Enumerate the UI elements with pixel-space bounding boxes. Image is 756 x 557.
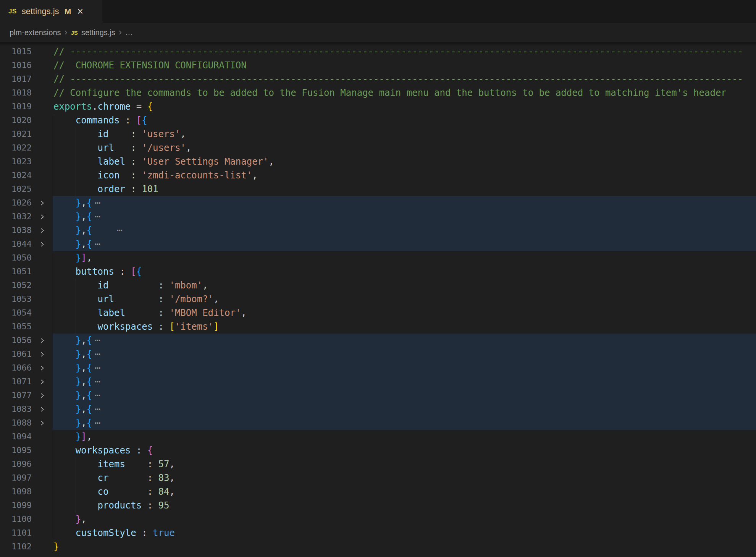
line-number[interactable]: 1032: [0, 210, 32, 223]
line-number[interactable]: 1053: [0, 292, 32, 306]
line-number[interactable]: 1016: [0, 58, 32, 72]
code-line-content[interactable]: commands : [{: [53, 113, 756, 127]
code-line-content[interactable]: // CHOROME EXTENSION CONFIGURATION: [53, 58, 756, 72]
line-number[interactable]: 1083: [0, 402, 32, 416]
line-number[interactable]: 1020: [0, 113, 32, 127]
line-number[interactable]: 1050: [0, 251, 32, 265]
code-line-content[interactable]: },{⋯: [53, 361, 756, 375]
folded-code-ellipsis[interactable]: ⋯: [95, 349, 100, 359]
line-number[interactable]: 1077: [0, 389, 32, 402]
code-line-content[interactable]: id : 'users',: [53, 127, 756, 141]
code-line-content[interactable]: cr : 83,: [53, 471, 756, 485]
line-number[interactable]: 1044: [0, 237, 32, 251]
line-number[interactable]: 1094: [0, 430, 32, 444]
line-number[interactable]: 1061: [0, 347, 32, 361]
code-line-content[interactable]: },{⋯: [53, 416, 756, 430]
code-line-content[interactable]: workspaces : {: [53, 444, 756, 457]
line-number[interactable]: 1021: [0, 127, 32, 141]
code-line-content[interactable]: // -------------------------------------…: [53, 72, 756, 86]
fold-chevron-icon[interactable]: [39, 392, 45, 399]
fold-chevron-icon[interactable]: [39, 337, 45, 344]
code-line-content[interactable]: }],: [53, 251, 756, 265]
line-number[interactable]: 1052: [0, 278, 32, 292]
code-line-content[interactable]: url : '/users',: [53, 141, 756, 155]
code-line-content[interactable]: customStyle : true: [53, 526, 756, 540]
code-line-content[interactable]: },{⋯: [53, 347, 756, 361]
line-number[interactable]: 1098: [0, 485, 32, 499]
code-line-content[interactable]: label : 'User Settings Manager',: [53, 155, 756, 168]
line-number[interactable]: 1022: [0, 141, 32, 155]
code-line-content[interactable]: },{⋯: [53, 237, 756, 251]
fold-chevron-icon[interactable]: [39, 351, 45, 358]
line-number[interactable]: 1025: [0, 182, 32, 196]
line-number[interactable]: 1015: [0, 45, 32, 58]
fold-chevron-icon[interactable]: [39, 420, 45, 426]
line-number[interactable]: 1056: [0, 334, 32, 347]
folded-code-ellipsis[interactable]: ⋯: [95, 418, 100, 428]
folded-code-ellipsis[interactable]: ⋯: [95, 404, 100, 415]
code-line-content[interactable]: },{⋯: [53, 375, 756, 389]
line-number[interactable]: 1018: [0, 86, 32, 100]
code-line-content[interactable]: label : 'MBOM Editor',: [53, 306, 756, 320]
line-number[interactable]: 1088: [0, 416, 32, 430]
line-number[interactable]: 1066: [0, 361, 32, 375]
code-line-content[interactable]: co : 84,: [53, 485, 756, 499]
line-number[interactable]: 1055: [0, 320, 32, 334]
folded-code-ellipsis[interactable]: ⋯: [95, 376, 100, 387]
line-number[interactable]: 1099: [0, 499, 32, 512]
code-line-content[interactable]: },{⋯: [53, 334, 756, 347]
code-line-content[interactable]: icon : 'zmdi-accounts-list',: [53, 168, 756, 182]
line-number[interactable]: 1051: [0, 265, 32, 278]
folded-code-ellipsis[interactable]: ⋯: [95, 390, 100, 401]
line-number[interactable]: 1024: [0, 168, 32, 182]
folded-code-ellipsis[interactable]: ⋯: [95, 363, 100, 373]
code-line-content[interactable]: workspaces : ['items']: [53, 320, 756, 334]
code-line-content[interactable]: },{⋯: [53, 402, 756, 416]
code-line-content[interactable]: },{⋯: [53, 389, 756, 402]
code-line-content[interactable]: },{⋯: [53, 210, 756, 223]
code-line-content[interactable]: id : 'mbom',: [53, 278, 756, 292]
line-number[interactable]: 1038: [0, 223, 32, 237]
line-number[interactable]: 1026: [0, 196, 32, 210]
fold-chevron-icon[interactable]: [39, 200, 45, 206]
breadcrumb-file[interactable]: settings.js: [81, 28, 115, 37]
fold-chevron-icon[interactable]: [39, 379, 45, 385]
line-number[interactable]: 1017: [0, 72, 32, 86]
line-number[interactable]: 1096: [0, 457, 32, 471]
line-number[interactable]: 1023: [0, 155, 32, 168]
code-line-content[interactable]: items : 57,: [53, 457, 756, 471]
line-number[interactable]: 1095: [0, 444, 32, 457]
code-line-content[interactable]: products : 95: [53, 499, 756, 512]
line-number[interactable]: 1101: [0, 526, 32, 540]
code-line-content[interactable]: },: [53, 512, 756, 526]
code-line-content[interactable]: }: [53, 540, 756, 554]
line-number[interactable]: 1071: [0, 375, 32, 389]
code-line-content[interactable]: exports.chrome = {: [53, 100, 756, 113]
fold-chevron-icon[interactable]: [39, 214, 45, 220]
folded-code-ellipsis[interactable]: ⋯: [95, 198, 100, 208]
code-line-content[interactable]: },{⋯: [53, 196, 756, 210]
folded-code-ellipsis[interactable]: ⋯: [95, 211, 100, 222]
fold-chevron-icon[interactable]: [39, 227, 45, 234]
code-line-content[interactable]: },{ ⋯: [53, 223, 756, 237]
fold-chevron-icon[interactable]: [39, 241, 45, 248]
line-number[interactable]: 1097: [0, 471, 32, 485]
line-number[interactable]: 1054: [0, 306, 32, 320]
breadcrumb-folder[interactable]: plm-extensions: [10, 28, 61, 37]
close-icon[interactable]: ×: [77, 6, 83, 17]
code-line-content[interactable]: buttons : [{: [53, 265, 756, 278]
tab-settings-js[interactable]: JS settings.js M ×: [0, 0, 102, 23]
line-number[interactable]: 1100: [0, 512, 32, 526]
line-number[interactable]: 1019: [0, 100, 32, 113]
folded-code-ellipsis[interactable]: ⋯: [117, 225, 122, 236]
code-line-content[interactable]: }],: [53, 430, 756, 444]
fold-chevron-icon[interactable]: [39, 365, 45, 371]
breadcrumb-symbol-more[interactable]: …: [125, 28, 133, 37]
code-line-content[interactable]: order : 101: [53, 182, 756, 196]
line-number[interactable]: 1102: [0, 540, 32, 554]
folded-code-ellipsis[interactable]: ⋯: [95, 335, 100, 346]
folded-code-ellipsis[interactable]: ⋯: [95, 239, 100, 249]
code-line-content[interactable]: // Configure the commands to be added to…: [53, 86, 756, 100]
code-line-content[interactable]: // -------------------------------------…: [53, 45, 756, 58]
fold-chevron-icon[interactable]: [39, 406, 45, 413]
